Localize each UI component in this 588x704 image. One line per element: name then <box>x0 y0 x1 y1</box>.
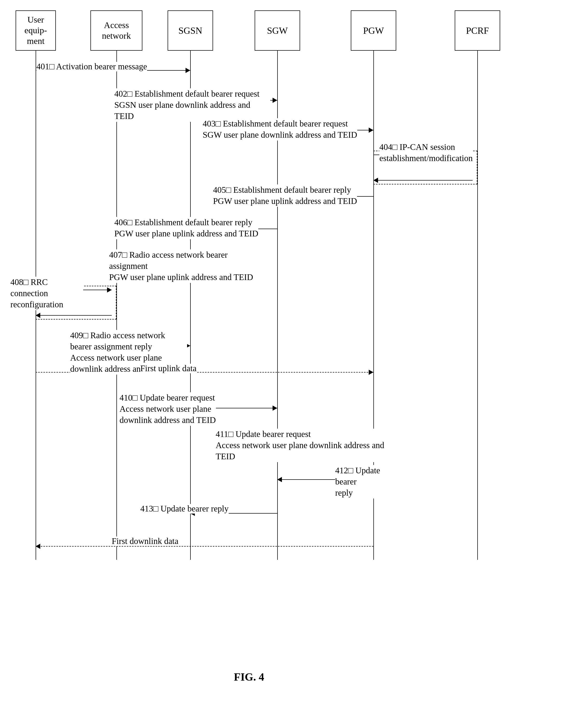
arrowhead-410 <box>273 406 277 411</box>
entity-an-label: Access network <box>102 20 131 41</box>
label-404: 404□ IP-CAN sessionestablishment/modific… <box>379 141 473 164</box>
arrow-404-l <box>373 180 473 181</box>
entity-pcrf: PCRF <box>455 10 500 51</box>
arrow-408-l <box>36 315 112 316</box>
entity-sgw-label: SGW <box>267 25 288 36</box>
entity-an: Access network <box>91 10 142 51</box>
label-402: 402□ Establishment default bearer reques… <box>114 88 270 122</box>
label-403: 403□ Establishment default bearer reques… <box>203 118 357 140</box>
entity-pgw-label: PGW <box>363 25 384 36</box>
lifeline-sgsn <box>190 51 191 560</box>
arrowhead-404-l <box>373 178 378 183</box>
entity-ue-label: User equip- ment <box>24 14 47 46</box>
label-401: 401□ Activation bearer message <box>37 62 147 71</box>
entity-pcrf-label: PCRF <box>466 25 489 36</box>
label-412: 412□ Update bearerreply <box>335 465 403 498</box>
label-405: 405□ Establishment default bearer replyP… <box>213 184 357 207</box>
entity-sgw: SGW <box>255 10 300 51</box>
label-411: 411□ Update bearer requestAccess network… <box>216 429 385 462</box>
arrowhead-408-r <box>107 287 112 293</box>
label-407: 407□ Radio access network bearer assignm… <box>109 249 265 283</box>
label-406: 406□ Establishment default bearer replyP… <box>114 217 258 239</box>
label-downlink: First downlink data <box>112 536 178 546</box>
label-413: 413□ Update bearer reply <box>140 504 229 514</box>
arrowhead-408-l <box>36 313 40 318</box>
label-uplink: First uplink data <box>140 364 196 373</box>
arrowhead-412 <box>277 477 282 482</box>
arrowhead-downlink <box>36 544 40 549</box>
lifeline-an <box>116 51 117 560</box>
arrow-downlink <box>36 546 373 546</box>
arrowhead-403 <box>369 127 373 133</box>
figure-caption: FIG. 4 <box>234 671 264 683</box>
arrowhead-402 <box>273 98 277 103</box>
entity-sgsn-label: SGSN <box>178 25 202 36</box>
entity-sgsn: SGSN <box>168 10 213 51</box>
lifeline-pcrf <box>477 51 478 560</box>
label-408: 408□ RRC connectionreconfiguration <box>10 277 83 310</box>
arrowhead-401 <box>185 68 190 73</box>
arrowhead-uplink <box>369 370 373 375</box>
diagram-container: User equip- ment Access network SGSN SGW… <box>0 0 588 704</box>
entity-pgw: PGW <box>351 10 396 51</box>
label-410: 410□ Update bearer requestAccess network… <box>120 392 216 426</box>
entity-ue: User equip- ment <box>16 10 56 51</box>
